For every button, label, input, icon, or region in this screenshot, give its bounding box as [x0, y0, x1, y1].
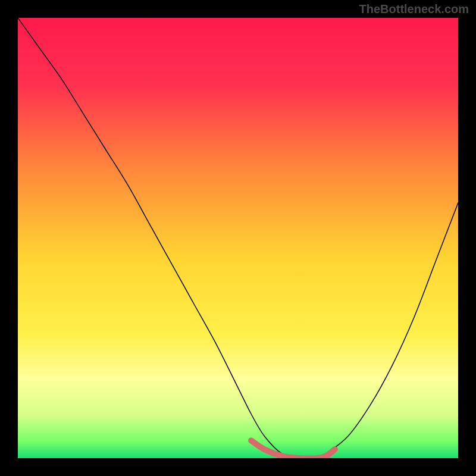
bottleneck-curve	[18, 18, 458, 458]
highlight-segment	[251, 440, 335, 458]
plot-area	[18, 18, 458, 458]
curve-layer	[18, 18, 458, 458]
chart-container: TheBottleneck.com	[0, 0, 476, 476]
watermark-text: TheBottleneck.com	[359, 2, 469, 16]
